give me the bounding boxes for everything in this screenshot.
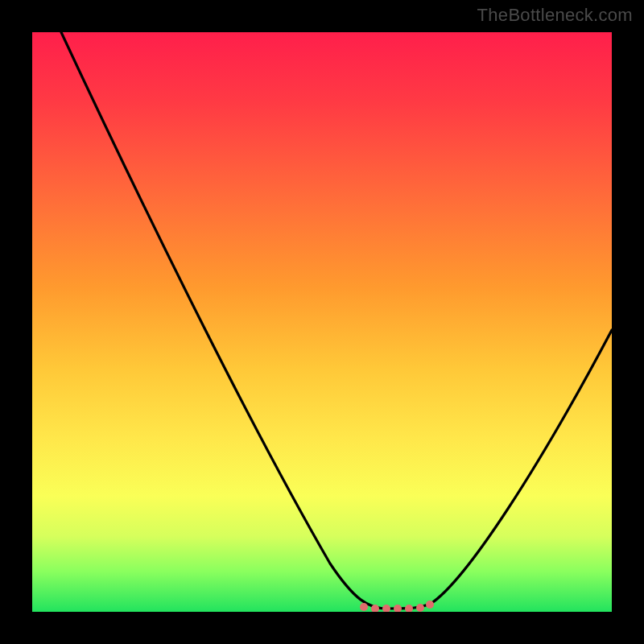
curve-path bbox=[61, 32, 612, 609]
sweet-spot-marker bbox=[382, 605, 390, 612]
plot-area bbox=[32, 32, 612, 612]
sweet-spot-marker bbox=[426, 601, 434, 609]
sweet-spot-marker bbox=[394, 605, 402, 612]
watermark-text: TheBottleneck.com bbox=[477, 5, 633, 26]
sweet-spot-marker bbox=[405, 605, 413, 612]
chart-frame: TheBottleneck.com bbox=[0, 0, 644, 644]
sweet-spot-marker bbox=[371, 605, 379, 612]
bottleneck-curve bbox=[32, 32, 612, 612]
sweet-spot-marker bbox=[416, 604, 424, 612]
sweet-spot-marker bbox=[360, 603, 368, 611]
